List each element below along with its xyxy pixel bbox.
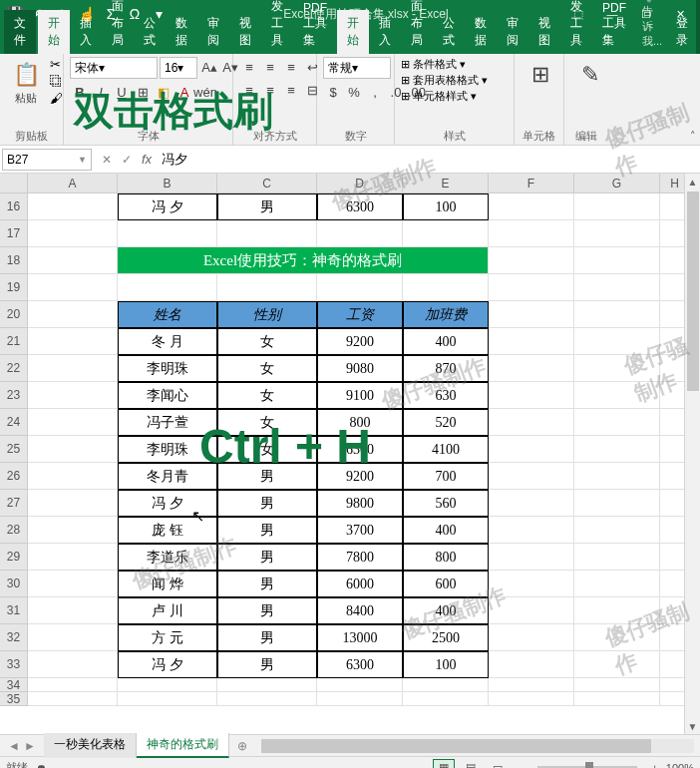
italic-icon[interactable]: I <box>91 82 111 102</box>
cell-C28[interactable]: 男 <box>217 517 317 544</box>
cell-E21[interactable]: 400 <box>403 328 489 355</box>
cell-G31[interactable] <box>574 597 660 624</box>
cell-G30[interactable] <box>574 571 660 597</box>
cell-G25[interactable] <box>574 436 660 463</box>
tell-me[interactable]: 💡 告诉我... <box>636 0 668 54</box>
cell-A24[interactable] <box>28 409 118 436</box>
cell-A29[interactable] <box>28 544 118 571</box>
sheet-tab-一秒美化表格[interactable]: 一秒美化表格 <box>44 733 137 758</box>
cell-G22[interactable] <box>574 355 660 382</box>
font-name-select[interactable]: 宋体 ▾ <box>70 57 158 79</box>
cell-D20[interactable]: 工资 <box>317 301 403 328</box>
cells-button[interactable]: ⊞ <box>521 57 560 93</box>
cell-C17[interactable] <box>217 220 317 247</box>
row-header-25[interactable]: 25 <box>0 436 28 463</box>
cell-E30[interactable]: 600 <box>403 571 489 597</box>
horizontal-scrollbar[interactable] <box>261 739 694 753</box>
cell-C34[interactable] <box>217 678 317 692</box>
login-button[interactable]: 登录 <box>668 10 696 54</box>
share-button[interactable]: 👤 共享 <box>696 0 700 54</box>
cell-D32[interactable]: 13000 <box>317 624 403 651</box>
cell-A18[interactable] <box>28 247 118 274</box>
tab-数据[interactable]: 数据 <box>465 10 497 54</box>
cell-C23[interactable]: 女 <box>217 382 317 409</box>
cell-D24[interactable]: 800 <box>317 409 403 436</box>
cell-G18[interactable] <box>574 247 660 274</box>
cell-E19[interactable] <box>403 274 489 301</box>
cell-B26[interactable]: 冬月青 <box>118 463 217 490</box>
cell-D27[interactable]: 9800 <box>317 490 403 517</box>
cell-E31[interactable]: 400 <box>403 597 489 624</box>
tab-数据[interactable]: 数据 <box>166 10 197 54</box>
align-bot-icon[interactable]: ≡ <box>281 57 301 77</box>
row-header-16[interactable]: 16 <box>0 193 28 220</box>
font-color-icon[interactable]: A <box>175 82 194 102</box>
border-icon[interactable]: ⊞ <box>133 82 153 102</box>
row-header-30[interactable]: 30 <box>0 571 28 597</box>
cell-E32[interactable]: 2500 <box>403 624 489 651</box>
cell-E20[interactable]: 加班费 <box>403 301 489 328</box>
row-header-32[interactable]: 32 <box>0 624 28 651</box>
cell-C24[interactable]: 女 <box>217 409 317 436</box>
tab-页面布局[interactable]: 页面布局 <box>401 0 433 54</box>
percent-icon[interactable]: % <box>344 82 364 102</box>
sheet-nav-next-icon[interactable]: ► <box>24 739 36 753</box>
cell-F24[interactable] <box>489 409 574 436</box>
row-header-27[interactable]: 27 <box>0 490 28 517</box>
col-header-F[interactable]: F <box>489 174 574 192</box>
normal-view-icon[interactable]: ▦ <box>433 759 455 769</box>
page-break-view-icon[interactable]: ▭ <box>487 759 509 769</box>
cell-B28[interactable]: 庞 钰 <box>118 517 217 544</box>
cell-A28[interactable] <box>28 517 118 544</box>
cell-G20[interactable] <box>574 301 660 328</box>
cell-E22[interactable]: 870 <box>403 355 489 382</box>
row-header-20[interactable]: 20 <box>0 301 28 328</box>
cell-F23[interactable] <box>489 382 574 409</box>
cell-G35[interactable] <box>574 692 660 706</box>
scrollbar-thumb[interactable] <box>687 192 699 391</box>
tab-公式[interactable]: 公式 <box>134 10 166 54</box>
col-header-A[interactable]: A <box>28 174 118 192</box>
cell-E29[interactable]: 800 <box>403 544 489 571</box>
collapse-ribbon-icon[interactable]: ˄ <box>690 130 696 143</box>
cell-A26[interactable] <box>28 463 118 490</box>
cell-F35[interactable] <box>489 692 574 706</box>
sheet-tab-神奇的格式刷[interactable]: 神奇的格式刷 <box>137 733 229 758</box>
zoom-out-icon[interactable]: − <box>518 762 524 769</box>
cell-B17[interactable] <box>118 220 217 247</box>
vertical-scrollbar[interactable]: ▲ ▼ <box>684 174 700 734</box>
cell-C30[interactable]: 男 <box>217 571 317 597</box>
cell-D31[interactable]: 8400 <box>317 597 403 624</box>
cell-E16[interactable]: 100 <box>403 193 489 220</box>
cell-G16[interactable] <box>574 193 660 220</box>
font-size-select[interactable]: 16 ▾ <box>160 57 197 79</box>
cell-G29[interactable] <box>574 544 660 571</box>
cell-A30[interactable] <box>28 571 118 597</box>
phonetic-icon[interactable]: wén <box>195 82 215 102</box>
row-header-34[interactable]: 34 <box>0 678 28 692</box>
cell-D19[interactable] <box>317 274 403 301</box>
row-header-22[interactable]: 22 <box>0 355 28 382</box>
cell-G32[interactable] <box>574 624 660 651</box>
row-header-35[interactable]: 35 <box>0 692 28 706</box>
cell-A23[interactable] <box>28 382 118 409</box>
cell-B33[interactable]: 冯 夕 <box>118 651 217 678</box>
editing-button[interactable]: ✎ <box>570 57 610 93</box>
row-header-29[interactable]: 29 <box>0 544 28 571</box>
tab-页面布局[interactable]: 页面布局 <box>102 0 134 54</box>
col-header-G[interactable]: G <box>574 174 660 192</box>
cell-E27[interactable]: 560 <box>403 490 489 517</box>
cell-B32[interactable]: 方 元 <box>118 624 217 651</box>
cell-E25[interactable]: 4100 <box>403 436 489 463</box>
cell-B35[interactable] <box>118 692 217 706</box>
align-left-icon[interactable]: ≡ <box>239 80 259 100</box>
col-header-C[interactable]: C <box>217 174 317 192</box>
cell-F20[interactable] <box>489 301 574 328</box>
cell-B19[interactable] <box>118 274 217 301</box>
cell-A17[interactable] <box>28 220 118 247</box>
conditional-format-button[interactable]: ⊞ 条件格式 ▾ <box>401 57 466 72</box>
cell-B30[interactable]: 闻 烨 <box>118 571 217 597</box>
cell-E34[interactable] <box>403 678 489 692</box>
tab-file[interactable]: 文件 <box>4 10 36 54</box>
cell-G33[interactable] <box>574 651 660 678</box>
